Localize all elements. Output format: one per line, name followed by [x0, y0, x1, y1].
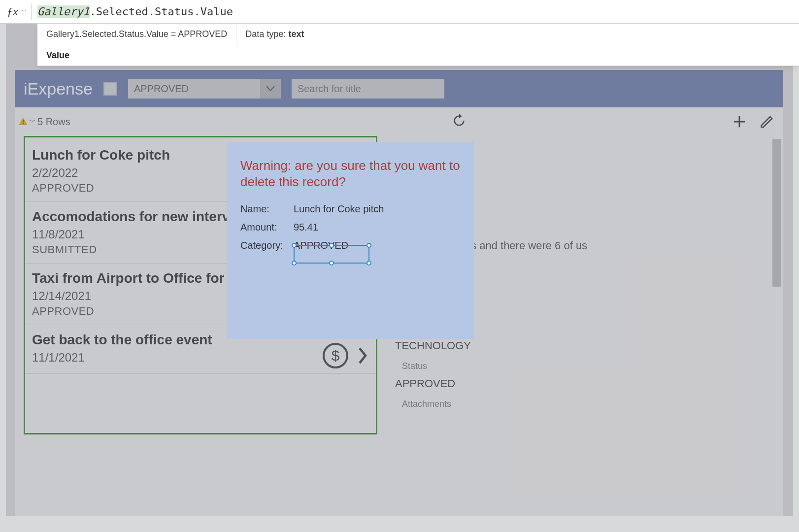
content-toolbar: ﹀ 5 Rows	[15, 107, 783, 136]
details-status-label: Status	[402, 361, 587, 371]
selected-control[interactable]	[294, 245, 369, 264]
delete-dialog: Warning: are you sure that you want to d…	[227, 142, 474, 339]
formula-suggestions: Gallery1.Selected.Status.Value = APPROVE…	[37, 24, 799, 66]
fx-dropdown-icon[interactable]: ﹀	[21, 7, 31, 16]
edit-icon[interactable]	[760, 114, 774, 129]
chevron-down-icon: ﹀	[29, 117, 36, 127]
resize-handle-n[interactable]	[329, 243, 334, 248]
resize-handle-se[interactable]	[366, 261, 371, 266]
dialog-amount-label: Amount:	[240, 222, 294, 233]
details-attachments-label: Attachments	[402, 399, 587, 409]
resize-handle-ne[interactable]	[366, 243, 371, 248]
rows-count[interactable]: ﹀ 5 Rows	[19, 116, 70, 128]
dialog-name-label: Name:	[240, 203, 294, 215]
divider	[31, 4, 32, 20]
refresh-button[interactable]	[452, 114, 466, 130]
dollar-icon[interactable]: $	[323, 343, 348, 368]
details-status-value: APPROVED	[395, 377, 587, 390]
chevron-right-icon[interactable]	[357, 347, 368, 365]
dropdown-value: APPROVED	[128, 83, 260, 95]
resize-handle-sw[interactable]	[292, 261, 297, 266]
gallery-item-date: 11/1/2021	[32, 351, 366, 365]
fx-label: ƒx	[4, 5, 21, 18]
scrollbar-thumb[interactable]	[772, 139, 781, 287]
formula-evaluation-row: Gallery1.Selected.Status.Value = APPROVE…	[37, 24, 799, 45]
formula-datatype: Data type: text	[236, 29, 313, 39]
app-title: iExpense	[24, 79, 93, 99]
chevron-down-icon	[260, 79, 281, 99]
formula-input[interactable]: Gallery1.Selected.Status.Value	[37, 5, 233, 18]
search-input[interactable]: Search for title	[292, 79, 444, 99]
formula-evaluation: Gallery1.Selected.Status.Value = APPROVE…	[37, 24, 236, 45]
formula-highlight: Gallery1	[37, 5, 90, 18]
formula-bar: ƒx ﹀ Gallery1.Selected.Status.Value	[0, 0, 799, 24]
resize-handle-s[interactable]	[329, 261, 334, 266]
svg-rect-1	[23, 123, 24, 124]
refresh-icon	[452, 114, 466, 128]
details-category-value: TECHNOLOGY	[395, 339, 587, 352]
app-header: iExpense APPROVED Search for title	[15, 70, 783, 107]
search-placeholder: Search for title	[298, 83, 361, 95]
warning-icon	[19, 117, 28, 126]
header-checkbox[interactable]	[103, 82, 117, 96]
dialog-amount-value: 95.41	[294, 222, 318, 233]
svg-rect-0	[23, 120, 24, 123]
resize-handle-nw[interactable]	[292, 243, 297, 248]
canvas: iExpense APPROVED Search for title ﹀ 5 R…	[6, 24, 793, 516]
formula-suggestion-item[interactable]: Value	[37, 45, 799, 66]
add-icon[interactable]	[732, 114, 747, 129]
text-cursor	[220, 6, 220, 17]
dialog-name-value: Lunch for Coke pitch	[294, 203, 384, 215]
dialog-warning-text: Warning: are you sure that you want to d…	[240, 158, 460, 190]
status-dropdown[interactable]: APPROVED	[128, 79, 281, 99]
dialog-category-label: Category:	[240, 240, 294, 251]
